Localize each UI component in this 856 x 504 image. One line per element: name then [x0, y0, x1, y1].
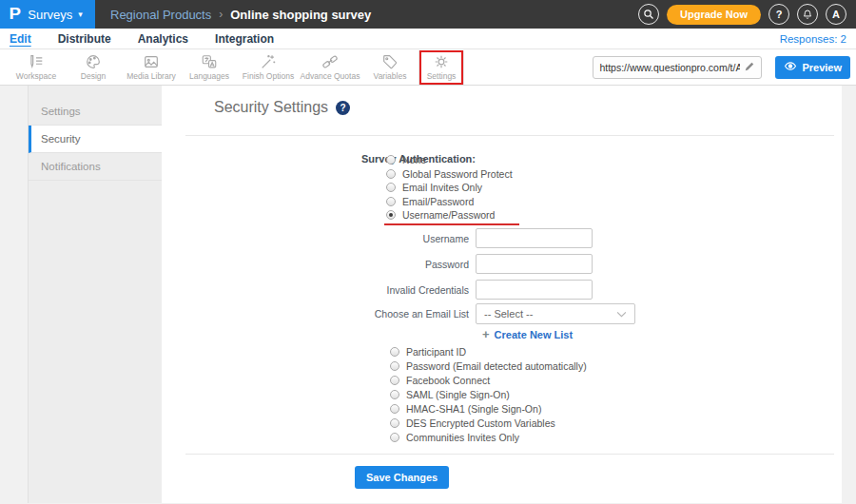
logo-section[interactable]: P Surveys ▾: [0, 0, 95, 29]
username-field[interactable]: [476, 228, 593, 248]
settings-sidebar: Settings Security Notifications: [29, 86, 162, 503]
invalid-credentials-label: Invalid Credentials: [162, 284, 476, 296]
questionpro-logo[interactable]: P: [9, 5, 20, 24]
auth-option-saml[interactable]: SAML (Single Sign-On): [390, 387, 587, 401]
breadcrumb: Regional Products › Online shopping surv…: [110, 8, 371, 22]
red-underline-annotation: [384, 223, 519, 225]
radio-button[interactable]: [390, 376, 399, 385]
password-label: Password: [162, 259, 476, 270]
toolbar: Workspace Design Media Library: [0, 49, 856, 86]
tab-analytics[interactable]: Analytics: [138, 32, 188, 46]
sidebar-item-notifications[interactable]: Notifications: [29, 153, 162, 181]
tab-bar: Edit Distribute Analytics Integration Re…: [0, 29, 856, 49]
body-area: Settings Security Notifications Security…: [0, 86, 856, 503]
breadcrumb-current: Online shopping survey: [230, 8, 371, 22]
bell-icon[interactable]: [797, 4, 818, 25]
tag-icon: [381, 53, 399, 70]
surveys-menu[interactable]: Surveys: [28, 8, 72, 22]
toolbar-item-variables[interactable]: Variables: [361, 50, 418, 85]
languages-icon: [201, 53, 218, 70]
radio-button[interactable]: [386, 183, 396, 192]
breadcrumb-separator: ›: [219, 8, 223, 21]
toolbar-item-design[interactable]: Design: [65, 50, 122, 85]
security-settings-panel: Security Settings ? Survey Authenticatio…: [162, 86, 842, 503]
radio-button-selected[interactable]: [386, 210, 396, 220]
auth-option-none[interactable]: None: [386, 153, 513, 167]
radio-button[interactable]: [390, 361, 399, 371]
password-field[interactable]: [476, 254, 593, 274]
chevron-down-icon: [616, 308, 627, 320]
radio-button[interactable]: [390, 433, 399, 442]
auth-option-email-password[interactable]: Email/Password: [386, 195, 513, 209]
responses-count[interactable]: Responses: 2: [780, 33, 846, 45]
page-title: Security Settings: [214, 99, 328, 116]
create-new-list-link[interactable]: + Create New List: [482, 327, 573, 341]
email-list-label: Choose an Email List: [162, 308, 476, 320]
auth-option-hmac-sha1[interactable]: HMAC-SHA1 (Single Sign-On): [390, 401, 587, 416]
toolbar-separator: [463, 50, 464, 85]
plus-icon: +: [482, 327, 490, 341]
help-icon[interactable]: ?: [768, 4, 789, 25]
password-row: Password: [162, 254, 593, 274]
auth-option-facebook-connect[interactable]: Facebook Connect: [390, 373, 587, 387]
toolbar-item-finish-options[interactable]: Finish Options: [238, 50, 299, 85]
radio-button[interactable]: [386, 197, 396, 206]
invalid-credentials-field[interactable]: [476, 280, 593, 300]
auth-option-password-email-detected[interactable]: Password (Email detected automatically): [390, 359, 587, 373]
avatar[interactable]: A: [826, 4, 846, 25]
auth-option-username-password[interactable]: Username/Password: [386, 208, 513, 223]
auth-options-bottom: Participant ID Password (Email detected …: [390, 344, 587, 444]
upgrade-now-button[interactable]: Upgrade Now: [667, 5, 761, 25]
search-icon[interactable]: [638, 4, 659, 25]
survey-url-box[interactable]: [593, 56, 762, 79]
divider: [185, 454, 834, 455]
save-changes-button[interactable]: Save Changes: [355, 466, 449, 489]
auth-option-global-password-protect[interactable]: Global Password Protect: [386, 167, 513, 182]
email-list-row: Choose an Email List -- Select --: [162, 303, 635, 324]
radio-button[interactable]: [390, 347, 399, 357]
radio-button[interactable]: [386, 155, 396, 165]
right-gutter: [842, 86, 856, 503]
survey-url-input[interactable]: [599, 62, 740, 73]
workspace-icon: [28, 53, 45, 70]
auth-option-communities-invites[interactable]: Communities Invites Only: [390, 430, 587, 444]
auth-option-des-encrypted[interactable]: DES Encrypted Custom Variables: [390, 416, 587, 430]
left-gutter: [0, 86, 29, 503]
toolbar-item-media-library[interactable]: Media Library: [122, 50, 181, 85]
topbar: P Surveys ▾ Regional Products › Online s…: [0, 0, 856, 29]
auth-options-top: None Global Password Protect Email Invit…: [386, 153, 513, 223]
eye-icon: [784, 61, 797, 73]
chevron-down-icon[interactable]: ▾: [78, 10, 83, 19]
radio-button[interactable]: [390, 418, 399, 428]
toolbar-item-settings[interactable]: Settings: [419, 50, 463, 85]
username-label: Username: [162, 233, 476, 244]
magic-wand-icon: [260, 53, 277, 70]
tab-integration[interactable]: Integration: [215, 32, 274, 46]
preview-button[interactable]: Preview: [775, 56, 850, 79]
edit-pencil-icon[interactable]: [744, 59, 755, 76]
topbar-actions: Upgrade Now ? A: [638, 4, 846, 25]
sidebar-item-settings[interactable]: Settings: [29, 98, 162, 126]
toolbar-right: Preview: [593, 56, 850, 79]
design-palette-icon: [85, 53, 102, 70]
preview-label: Preview: [802, 62, 842, 73]
toolbar-item-workspace[interactable]: Workspace: [8, 50, 65, 85]
radio-button[interactable]: [386, 169, 396, 179]
tab-distribute[interactable]: Distribute: [58, 32, 111, 46]
radio-button[interactable]: [390, 404, 399, 414]
username-row: Username: [162, 228, 593, 248]
help-question-icon[interactable]: ?: [336, 101, 350, 115]
divider: [185, 135, 834, 136]
toolbar-item-advance-quotas[interactable]: Advance Quotas: [299, 50, 361, 85]
tab-edit[interactable]: Edit: [10, 32, 31, 46]
auth-option-participant-id[interactable]: Participant ID: [390, 344, 587, 359]
toolbar-item-languages[interactable]: Languages: [181, 50, 238, 85]
breadcrumb-parent[interactable]: Regional Products: [110, 8, 211, 22]
sidebar-item-security[interactable]: Security: [29, 126, 162, 153]
invalid-credentials-row: Invalid Credentials: [162, 280, 593, 300]
select-value: -- Select --: [484, 308, 533, 320]
settings-gear-icon: [433, 53, 450, 70]
radio-button[interactable]: [390, 390, 399, 399]
auth-option-email-invites-only[interactable]: Email Invites Only: [386, 181, 513, 195]
email-list-select[interactable]: -- Select --: [476, 303, 635, 324]
